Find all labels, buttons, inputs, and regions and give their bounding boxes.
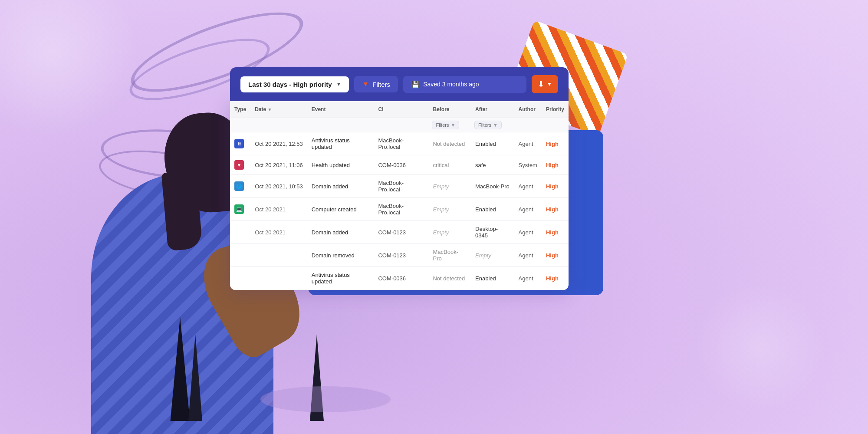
filter-cell-priority	[542, 118, 569, 132]
before-cell: Empty	[428, 198, 471, 221]
col-priority: Priority	[542, 101, 569, 118]
data-table-container: Type Date ▼ Event CI Before After Author…	[230, 101, 569, 290]
date-cell: Oct 20 2021	[250, 198, 307, 221]
type-cell	[230, 221, 250, 244]
ci-cell: MacBook-Pro.local	[374, 132, 428, 155]
table-row: 🖥Oct 20 2021, 12:53Antivirus status upda…	[230, 132, 569, 155]
ci-cell: COM-0036	[374, 155, 428, 175]
after-cell: Desktop-0345	[471, 221, 514, 244]
filter-cell-type	[230, 118, 250, 132]
sort-icon: ▼	[267, 107, 272, 112]
date-priority-dropdown[interactable]: Last 30 days - High priority ▼	[240, 76, 349, 92]
filter-cell-date	[250, 118, 307, 132]
ci-cell: COM-0123	[374, 221, 428, 244]
col-date[interactable]: Date ▼	[250, 101, 307, 118]
before-cell: MacBook-Pro	[428, 244, 471, 267]
author-cell: Agent	[514, 198, 542, 221]
col-event: Event	[307, 101, 374, 118]
filters-button[interactable]: ▼ Filters	[354, 76, 398, 92]
type-cell: 💻	[230, 198, 250, 221]
type-cell	[230, 267, 250, 290]
filter-cell-ci	[374, 118, 428, 132]
after-cell: safe	[471, 155, 514, 175]
col-type: Type	[230, 101, 250, 118]
author-cell: Agent	[514, 132, 542, 155]
table-body: 🖥Oct 20 2021, 12:53Antivirus status upda…	[230, 132, 569, 290]
col-ci: CI	[374, 101, 428, 118]
author-cell: Agent	[514, 267, 542, 290]
table-row: Oct 20 2021Domain addedCOM-0123EmptyDesk…	[230, 221, 569, 244]
col-after: After	[471, 101, 514, 118]
event-cell: Domain added	[307, 221, 374, 244]
ci-cell: COM-0123	[374, 244, 428, 267]
filter-cell-after[interactable]: Filters ▼	[471, 118, 514, 132]
author-cell: Agent	[514, 244, 542, 267]
dropdown-label: Last 30 days - High priority	[248, 81, 332, 88]
col-before: Before	[428, 101, 471, 118]
filter-cell-event	[307, 118, 374, 132]
download-chevron-icon: ▼	[547, 81, 552, 87]
priority-cell: High	[542, 267, 569, 290]
priority-cell: High	[542, 155, 569, 175]
date-cell	[250, 244, 307, 267]
data-table: Type Date ▼ Event CI Before After Author…	[230, 101, 569, 290]
date-cell	[250, 267, 307, 290]
ci-cell: MacBook-Pro.local	[374, 198, 428, 221]
col-author: Author	[514, 101, 542, 118]
event-cell: Domain removed	[307, 244, 374, 267]
table-row: Domain removedCOM-0123MacBook-ProEmptyAg…	[230, 244, 569, 267]
filter-bar: Last 30 days - High priority ▼ ▼ Filters…	[230, 67, 569, 101]
filter-chevron-icon: ▼	[450, 122, 455, 128]
ci-cell: COM-0036	[374, 267, 428, 290]
filter-chevron-icon-2: ▼	[493, 122, 498, 128]
after-cell: Enabled	[471, 132, 514, 155]
date-cell: Oct 20 2021, 11:06	[250, 155, 307, 175]
table-row: 🌐Oct 20 2021, 10:53Domain addedMacBook-P…	[230, 175, 569, 198]
priority-cell: High	[542, 198, 569, 221]
save-icon: 💾	[411, 80, 420, 89]
filter-cell-before[interactable]: Filters ▼	[428, 118, 471, 132]
author-cell: System	[514, 155, 542, 175]
filters-label: Filters	[372, 81, 390, 88]
before-filter-pill[interactable]: Filters ▼	[432, 121, 459, 129]
author-cell: Agent	[514, 175, 542, 198]
event-cell: Antivirus status updated	[307, 267, 374, 290]
before-cell: Empty	[428, 221, 471, 244]
priority-cell: High	[542, 244, 569, 267]
type-cell	[230, 244, 250, 267]
priority-cell: High	[542, 175, 569, 198]
saved-info[interactable]: 💾 Saved 3 months ago	[403, 76, 526, 93]
before-cell: critical	[428, 155, 471, 175]
table-row: 💻Oct 20 2021Computer createdMacBook-Pro.…	[230, 198, 569, 221]
table-header-row: Type Date ▼ Event CI Before After Author…	[230, 101, 569, 118]
priority-cell: High	[542, 132, 569, 155]
event-cell: Computer created	[307, 198, 374, 221]
author-cell: Agent	[514, 221, 542, 244]
event-cell: Health updated	[307, 155, 374, 175]
table-row: ♥Oct 20 2021, 11:06Health updatedCOM-003…	[230, 155, 569, 175]
after-filter-pill[interactable]: Filters ▼	[474, 121, 502, 129]
before-cell: Empty	[428, 175, 471, 198]
date-cell: Oct 20 2021, 12:53	[250, 132, 307, 155]
table-filter-row: Filters ▼ Filters ▼	[230, 118, 569, 132]
table-row: Antivirus status updatedCOM-0036Not dete…	[230, 267, 569, 290]
before-cell: Not detected	[428, 267, 471, 290]
decorative-circle-br	[694, 282, 825, 412]
filter-cell-author	[514, 118, 542, 132]
filter-icon: ▼	[362, 80, 369, 88]
before-cell: Not detected	[428, 132, 471, 155]
event-cell: Domain added	[307, 175, 374, 198]
priority-cell: High	[542, 221, 569, 244]
after-cell: Enabled	[471, 267, 514, 290]
date-cell: Oct 20 2021	[250, 221, 307, 244]
download-icon: ⬇	[538, 79, 544, 89]
after-cell: MacBook-Pro	[471, 175, 514, 198]
saved-label: Saved 3 months ago	[423, 81, 479, 88]
download-button[interactable]: ⬇ ▼	[532, 75, 558, 93]
type-cell: 🌐	[230, 175, 250, 198]
oval-decoration	[260, 386, 391, 412]
type-cell: ♥	[230, 155, 250, 175]
ci-cell: MacBook-Pro.local	[374, 175, 428, 198]
main-panel: Last 30 days - High priority ▼ ▼ Filters…	[230, 67, 569, 290]
after-cell: Empty	[471, 244, 514, 267]
